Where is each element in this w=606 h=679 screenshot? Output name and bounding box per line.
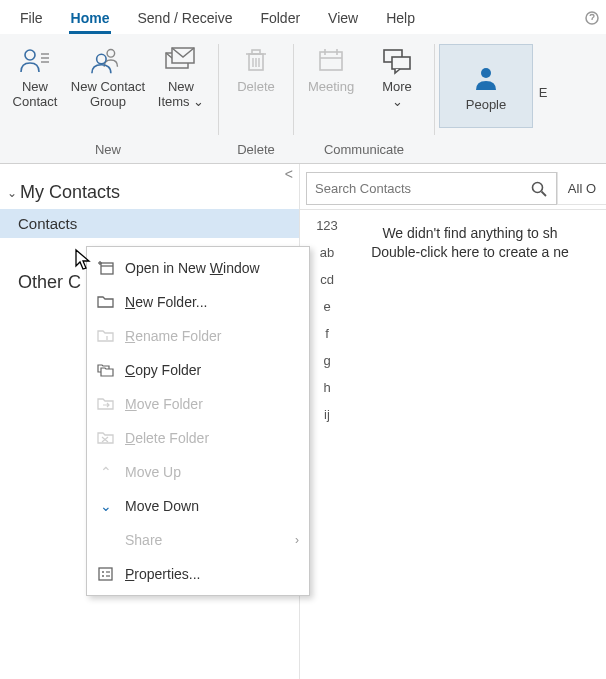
ctx-move-down[interactable]: ⌄ Move Down (87, 489, 309, 523)
search-placeholder: Search Contacts (315, 181, 411, 196)
folder-rename-icon (95, 327, 117, 345)
new-contact-group-label: New Contact Group (71, 80, 145, 110)
window-plus-icon (95, 259, 117, 277)
new-contact-label: New Contact (13, 80, 58, 110)
alpha-item[interactable]: e (310, 293, 344, 320)
svg-point-6 (97, 54, 106, 63)
content-pane: Search Contacts All O We didn't find any… (300, 164, 606, 679)
folder-delete-icon (95, 429, 117, 447)
svg-rect-11 (252, 50, 260, 54)
ribbon-group-label-new: New (2, 138, 214, 163)
tab-send-receive[interactable]: Send / Receive (123, 4, 246, 34)
person-solid-icon (468, 62, 504, 94)
ctx-move-up: ⌃ Move Up (87, 455, 309, 489)
ribbon-tabs: File Home Send / Receive Folder View Hel… (0, 0, 606, 34)
chat-icon (379, 44, 415, 76)
alpha-item[interactable]: 123 (310, 212, 344, 239)
ctx-label: New Folder... (125, 294, 208, 310)
ctx-label: Delete Folder (125, 430, 209, 446)
ctx-label: Move Down (125, 498, 199, 514)
svg-rect-20 (392, 57, 410, 69)
ctx-move-folder: Move Folder (87, 387, 309, 421)
ctx-label: Move Up (125, 464, 181, 480)
alpha-item[interactable]: ab (310, 239, 344, 266)
ctx-new-folder[interactable]: New Folder... (87, 285, 309, 319)
delete-label: Delete (237, 80, 275, 95)
nav-section-label: My Contacts (20, 182, 120, 203)
svg-rect-31 (99, 568, 112, 580)
ctx-label: Open in New Window (125, 260, 260, 276)
svg-point-33 (102, 575, 104, 577)
svg-point-5 (107, 50, 115, 58)
ribbon-separator (293, 44, 294, 135)
svg-line-23 (541, 191, 546, 196)
tab-help[interactable]: Help (372, 4, 429, 34)
svg-point-1 (25, 50, 35, 60)
search-row: Search Contacts All O (300, 168, 606, 210)
meeting-button: Meeting (298, 40, 364, 97)
ctx-share: Share › (87, 523, 309, 557)
ribbon-group-delete: Delete Delete (221, 34, 291, 163)
search-icon[interactable] (530, 180, 548, 198)
more-button[interactable]: More⌄ (364, 40, 430, 112)
tell-me-icon[interactable] (578, 4, 606, 34)
alpha-item[interactable]: f (310, 320, 344, 347)
calendar-icon (313, 44, 349, 76)
folder-copy-icon (95, 361, 117, 379)
ctx-rename-folder: Rename Folder (87, 319, 309, 353)
alpha-index: 123 ab cd e f g h ij (310, 212, 344, 428)
chevron-down-icon: ⌄ (95, 497, 117, 515)
nav-section-my-contacts[interactable]: ⌄ My Contacts (0, 164, 299, 209)
new-contact-group-button[interactable]: New Contact Group (68, 40, 148, 112)
ribbon-separator (434, 44, 435, 135)
svg-point-32 (102, 571, 104, 573)
ctx-label: Move Folder (125, 396, 203, 412)
collapse-nav-icon[interactable]: < (285, 166, 293, 182)
blank-icon (95, 531, 117, 549)
svg-point-22 (532, 182, 542, 192)
svg-rect-24 (101, 263, 113, 274)
empty-line-1: We didn't find anything to sh (342, 224, 598, 243)
people-group-icon (90, 44, 126, 76)
alpha-item[interactable]: g (310, 347, 344, 374)
svg-point-21 (481, 68, 491, 78)
nav-item-contacts[interactable]: Contacts (0, 209, 299, 238)
person-icon (17, 44, 53, 76)
search-input[interactable]: Search Contacts (306, 172, 557, 205)
svg-rect-15 (320, 52, 342, 70)
ctx-label: Rename Folder (125, 328, 222, 344)
alpha-item[interactable]: cd (310, 266, 344, 293)
folder-icon (95, 293, 117, 311)
empty-message[interactable]: We didn't find anything to sh Double-cli… (300, 210, 606, 262)
submenu-arrow-icon: › (295, 533, 299, 547)
more-label: More⌄ (382, 80, 412, 110)
ctx-label: Share (125, 532, 162, 548)
tab-view[interactable]: View (314, 4, 372, 34)
tab-folder[interactable]: Folder (246, 4, 314, 34)
ribbon-group-new: New Contact New Contact Group New Items … (0, 34, 216, 163)
ribbon-separator (218, 44, 219, 135)
ribbon: New Contact New Contact Group New Items … (0, 34, 606, 164)
chevron-up-icon: ⌃ (95, 463, 117, 481)
new-contact-button[interactable]: New Contact (2, 40, 68, 112)
new-items-button[interactable]: New Items ⌄ (148, 40, 214, 112)
alpha-item[interactable]: ij (310, 401, 344, 428)
ctx-copy-folder[interactable]: Copy Folder (87, 353, 309, 387)
ribbon-group-label-communicate: Communicate (298, 138, 430, 163)
folder-move-icon (95, 395, 117, 413)
ctx-properties[interactable]: Properties... (87, 557, 309, 591)
alpha-item[interactable]: h (310, 374, 344, 401)
ribbon-group-communicate: Meeting More⌄ Communicate (296, 34, 432, 163)
ribbon-group-view: People E (437, 34, 555, 163)
truncated-view-button[interactable]: E (533, 44, 553, 103)
delete-button: Delete (223, 40, 289, 97)
tab-file[interactable]: File (6, 4, 57, 34)
tab-home[interactable]: Home (57, 4, 124, 34)
people-view-button[interactable]: People (439, 44, 533, 128)
new-items-label: New Items ⌄ (158, 80, 204, 110)
ctx-open-new-window[interactable]: Open in New Window (87, 251, 309, 285)
search-scope-button[interactable]: All O (557, 172, 606, 205)
ctx-label: Properties... (125, 566, 200, 582)
ctx-label: Copy Folder (125, 362, 201, 378)
context-menu: Open in New Window New Folder... Rename … (86, 246, 310, 596)
